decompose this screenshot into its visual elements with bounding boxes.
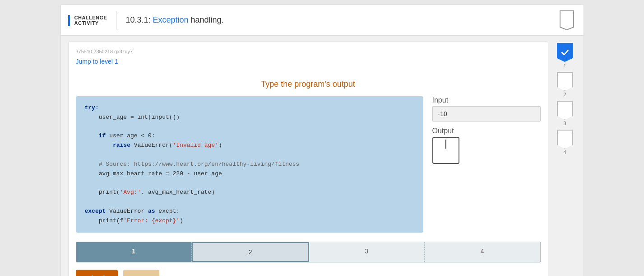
header-divider xyxy=(116,11,116,29)
input-label: Input xyxy=(432,96,541,104)
output-section: Output xyxy=(432,127,541,164)
content-panel: 375510.2350218.qx3zqy7 Jump to level 1 T… xyxy=(68,41,548,276)
step-tab-4[interactable]: 4 xyxy=(425,242,540,262)
cursor xyxy=(445,140,446,149)
svg-marker-0 xyxy=(560,11,574,30)
main-area: 375510.2350218.qx3zqy7 Jump to level 1 T… xyxy=(61,36,584,276)
input-field[interactable] xyxy=(432,106,541,122)
bookmark-icon xyxy=(558,10,575,31)
next-button[interactable]: Next xyxy=(123,270,160,276)
header-title: 10.3.1: Exception handling. xyxy=(125,15,557,25)
challenge-label-bottom: ACTIVITY xyxy=(74,20,107,26)
input-section: Input xyxy=(432,96,541,122)
level-1-shape xyxy=(557,43,573,62)
output-label: Output xyxy=(432,127,541,135)
checkmark-icon xyxy=(561,49,569,56)
title-highlighted: Exception xyxy=(153,15,189,24)
level-2-number: 2 xyxy=(563,92,566,97)
level-4-number: 4 xyxy=(563,150,566,155)
step-tabs: 1 2 3 4 xyxy=(76,242,541,262)
output-box[interactable] xyxy=(432,137,459,164)
step-tab-1[interactable]: 1 xyxy=(76,242,192,262)
jump-to-level-link[interactable]: Jump to level 1 xyxy=(76,58,118,65)
level-badge-4[interactable]: 4 xyxy=(557,130,573,155)
step-tab-2[interactable]: 2 xyxy=(192,242,309,262)
right-sidebar: 1 2 3 4 xyxy=(554,41,576,276)
bookmark-button[interactable] xyxy=(557,9,576,31)
step-tab-3[interactable]: 3 xyxy=(309,242,425,262)
level-badge-2[interactable]: 2 xyxy=(557,72,573,97)
level-4-shape xyxy=(557,130,573,149)
instruction-text: Type the program's output xyxy=(76,80,541,89)
level-badge-1[interactable]: 1 xyxy=(557,43,573,68)
session-id: 375510.2350218.qx3zqy7 xyxy=(76,49,541,54)
level-badge-3[interactable]: 3 xyxy=(557,101,573,126)
buttons-row: Check Next xyxy=(76,270,541,276)
level-3-number: 3 xyxy=(563,121,566,126)
level-1-number: 1 xyxy=(563,63,566,68)
level-2-shape xyxy=(557,72,573,91)
level-3-shape xyxy=(557,101,573,120)
check-button[interactable]: Check xyxy=(76,270,118,276)
code-io-row: try: user_age = int(input()) if user_age… xyxy=(76,96,541,233)
challenge-label: CHALLENGE ACTIVITY xyxy=(68,15,107,26)
code-block: try: user_age = int(input()) if user_age… xyxy=(76,96,423,233)
challenge-label-top: CHALLENGE xyxy=(74,15,107,20)
header: CHALLENGE ACTIVITY 10.3.1: Exception han… xyxy=(61,5,584,36)
io-panel: Input Output xyxy=(432,96,541,164)
